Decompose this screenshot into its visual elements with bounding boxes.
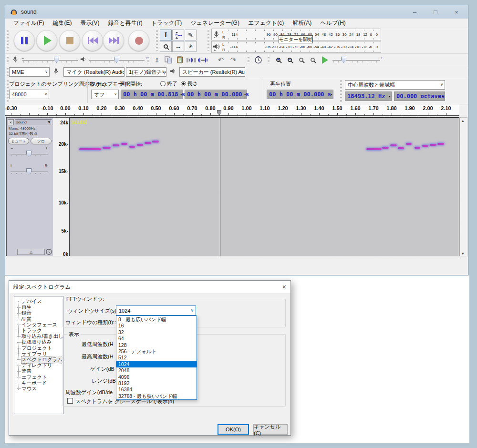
meter-grip[interactable]	[207, 30, 209, 51]
audio-host-select[interactable]: MME∨	[9, 67, 50, 77]
fit-project-button[interactable]	[307, 55, 318, 65]
timer-grip[interactable]	[248, 56, 249, 64]
recording-volume-slider[interactable]: −	[22, 56, 78, 64]
menu-item[interactable]: ジェネレーター(G)	[186, 18, 244, 28]
recording-channels-select[interactable]: 1(モノ)録音チャ∨	[126, 67, 166, 77]
scroll-down-arrow[interactable]: ▾	[462, 251, 464, 256]
playback-volume-slider[interactable]: +	[89, 56, 145, 64]
dropdown-option[interactable]: 512	[116, 355, 197, 361]
dropdown-option[interactable]: 16	[116, 323, 197, 329]
playback-volume-thumb[interactable]	[114, 57, 119, 63]
dropdown-option[interactable]: 128	[116, 342, 197, 348]
dropdown-option[interactable]: 2048	[116, 367, 197, 374]
spectral-selection-mode-select[interactable]: 中心周波数と帯域幅∨	[345, 80, 445, 90]
spinner-icon[interactable]: ▾	[330, 92, 332, 97]
dropdown-option[interactable]: 32	[116, 329, 197, 336]
solo-button[interactable]: ソロ	[31, 138, 52, 144]
dialog-title-bar[interactable]: 設定:スペクトログラム	[9, 281, 290, 293]
menu-item[interactable]: エフェクト(c)	[244, 18, 288, 28]
edit-grip[interactable]	[147, 56, 149, 64]
recording-device-select[interactable]: マイク (Realtek(R) Audio)∨	[63, 67, 124, 77]
radio-end[interactable]: 終了	[160, 80, 177, 87]
tools-grip[interactable]	[156, 30, 158, 51]
spectral-grip[interactable]	[340, 80, 342, 102]
gain-thumb[interactable]	[26, 151, 31, 157]
envelope-tool-button[interactable]	[172, 30, 184, 41]
track-pan-slider[interactable]: L R	[10, 168, 48, 175]
grayscale-checkbox[interactable]	[67, 398, 73, 404]
menu-item[interactable]: ヘルプ(H)	[316, 18, 350, 28]
frequency-ruler[interactable]: 24k20k-15k-10k-5k-0k	[53, 117, 70, 257]
minimize-button[interactable]: –	[405, 5, 424, 19]
center-frequency-field[interactable]: 18493.12 Hz▾	[345, 92, 392, 101]
spectrogram-view[interactable]: sound	[70, 117, 459, 257]
draw-tool-button[interactable]: ✎	[185, 30, 197, 41]
pause-button[interactable]	[14, 30, 35, 51]
dropdown-option[interactable]: 64	[116, 336, 197, 342]
ok-button[interactable]: OK(O)	[218, 424, 249, 435]
toolbar-grip[interactable]	[7, 30, 9, 51]
menu-item[interactable]: 編集(E)	[48, 18, 76, 28]
device-grip[interactable]	[7, 68, 9, 76]
cancel-button[interactable]: キャンセル(C)	[253, 424, 288, 435]
skip-to-start-button[interactable]	[82, 30, 103, 51]
play-at-speed-button[interactable]	[319, 55, 331, 65]
dropdown-option[interactable]: 1024	[116, 361, 197, 367]
snap-mode-select[interactable]: オフ∨	[91, 90, 119, 99]
track-menu-button[interactable]: sound▼	[15, 119, 52, 125]
close-button[interactable]: ×	[447, 5, 466, 19]
tree-item[interactable]: マウス	[16, 386, 63, 392]
radio-length[interactable]: 長さ	[181, 80, 198, 87]
stop-button[interactable]	[59, 30, 80, 51]
menu-item[interactable]: 解析(A)	[288, 18, 316, 28]
selection-tool-button[interactable]: I	[160, 30, 172, 41]
fit-selection-button[interactable]	[295, 55, 307, 65]
zoom-tool-button[interactable]	[160, 41, 172, 52]
track-collapse-button[interactable]: △	[17, 249, 45, 255]
undo-button[interactable]: ↶	[215, 55, 227, 65]
selection-grip[interactable]	[7, 80, 9, 102]
play-position-field[interactable]: 00 h 00 m 00.000 s▾	[267, 90, 333, 99]
dropdown-option[interactable]: 16384	[116, 387, 197, 393]
scroll-up-arrow[interactable]: ▴	[462, 118, 464, 123]
spinner-icon[interactable]: ▾	[244, 92, 246, 97]
menu-item[interactable]: ファイル(F)	[9, 18, 48, 28]
playback-device-select[interactable]: スピーカー (Realtek(R) Au∨	[179, 67, 245, 77]
menu-item[interactable]: 表示(V)	[76, 18, 104, 28]
cut-button[interactable]: ✂	[151, 55, 163, 65]
skip-to-end-button[interactable]	[103, 30, 124, 51]
record-button[interactable]	[128, 30, 149, 51]
menu-item[interactable]: トラック(T)	[147, 18, 186, 28]
paste-button[interactable]	[174, 55, 186, 65]
timer-record-button[interactable]	[252, 55, 264, 65]
dropdown-option[interactable]: 8192	[116, 380, 197, 387]
selection-start-field[interactable]: 00 h 00 m 00.818 s▾	[121, 90, 183, 99]
silence-audio-button[interactable]	[197, 55, 208, 65]
project-rate-select[interactable]: 48000∨	[9, 90, 49, 99]
track-select-clock-icon[interactable]	[46, 249, 52, 255]
play-speed-slider[interactable]: +	[332, 56, 380, 64]
dropdown-option[interactable]: 8 - 最も広いバンド幅	[116, 316, 197, 323]
spinner-icon[interactable]: ▾	[388, 94, 391, 99]
zoom-out-button[interactable]: −	[284, 55, 295, 65]
dropdown-option[interactable]: 32768 - 最も狭いバンド幅	[116, 393, 197, 399]
recording-volume-thumb[interactable]	[54, 57, 59, 63]
spinner-icon[interactable]: ▾	[442, 94, 444, 99]
spinner-icon[interactable]: ▾	[180, 92, 182, 97]
bandwidth-field[interactable]: 00.000 octaves▾	[394, 92, 445, 101]
mixer-grip[interactable]	[7, 56, 9, 64]
window-size-select[interactable]: 1024∨	[116, 305, 196, 316]
track-gain-slider[interactable]: − +	[10, 150, 48, 158]
multi-tool-button[interactable]: ✳	[185, 41, 197, 52]
dropdown-option[interactable]: 4096	[116, 374, 197, 380]
title-bar[interactable]: sound – □ ×	[5, 5, 468, 19]
pan-thumb[interactable]	[26, 168, 31, 174]
play-button[interactable]	[36, 30, 57, 51]
track-close-button[interactable]: ×	[8, 119, 14, 125]
trim-audio-button[interactable]	[186, 55, 197, 65]
mute-button[interactable]: ミュート	[8, 138, 29, 144]
dialog-close-button[interactable]: ×	[282, 283, 286, 291]
selection-length-field[interactable]: 00 h 00 m 00.000 s▾	[185, 90, 247, 99]
vertical-scrollbar[interactable]: ▴ ▾	[459, 117, 467, 257]
zoom-in-button[interactable]: +	[272, 55, 284, 65]
